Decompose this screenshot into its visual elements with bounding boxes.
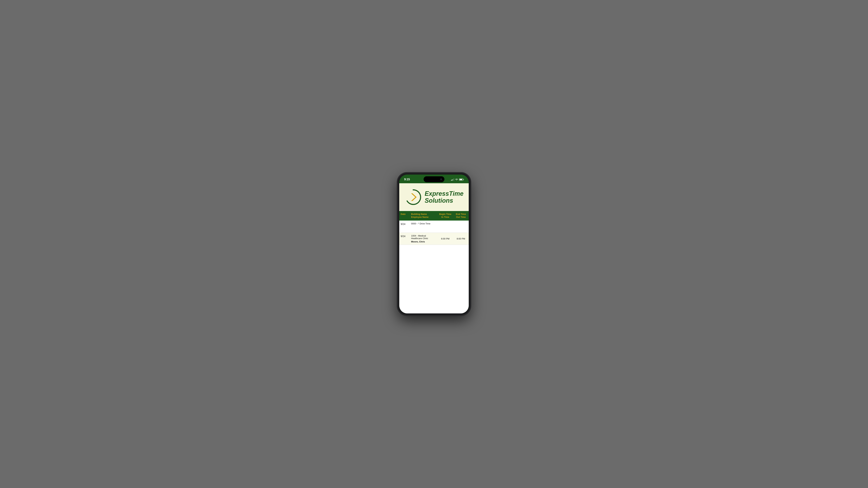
svg-marker-0 — [411, 193, 416, 201]
cell-building-1: 1004 - Medical Healthcare Clinic Moore, … — [410, 233, 437, 245]
status-icons — [451, 178, 464, 181]
status-bar: 9:15 — [399, 174, 469, 183]
building-name-0: 0000 - * Drive Time — [411, 222, 436, 225]
logo-line1: ExpressTime — [425, 190, 463, 197]
phone-screen: 9:15 — [399, 174, 469, 314]
wifi-icon — [455, 178, 458, 181]
table-row: 9/24 0000 - * Drive Time — [399, 221, 469, 233]
logo-icon — [404, 189, 422, 206]
table-body: 9/24 0000 - * Drive Time 9/24 1004 - Med… — [399, 221, 469, 245]
battery-icon — [459, 178, 464, 181]
cell-end-1: 8:00 PM — [453, 233, 469, 245]
header-out-label: Out Time — [456, 216, 466, 218]
header-building-label: Building Name — [411, 213, 427, 215]
header-building-employee: Building Name Employee Name — [410, 211, 437, 220]
phone-frame: 9:15 — [398, 173, 470, 315]
header-end-time: End Time Out Time — [453, 211, 469, 220]
cell-end-0 — [453, 221, 469, 232]
logo-area: ExpressTime Solutions — [399, 183, 469, 211]
schedule-table: Date Building Name Employee Name Begin T… — [399, 211, 469, 314]
cell-date-1: 9/24 — [399, 233, 410, 245]
table-row: 9/24 1004 - Medical Healthcare Clinic Mo… — [399, 233, 469, 245]
header-end-label: End Time — [456, 213, 466, 215]
cell-begin-1: 6:00 PM — [437, 233, 453, 245]
header-begin-label: Begin Time — [439, 213, 452, 215]
table-header: Date Building Name Employee Name Begin T… — [399, 211, 469, 221]
header-in-label: In Time — [441, 216, 449, 218]
cell-building-0: 0000 - * Drive Time — [410, 221, 437, 232]
cell-begin-0 — [437, 221, 453, 232]
header-begin-time: Begin Time In Time — [437, 211, 453, 220]
header-employee-label: Employee Name — [411, 216, 429, 218]
building-name-1: 1004 - Medical Healthcare Clinic — [411, 234, 436, 240]
logo-line2: Solutions — [425, 197, 463, 204]
employee-name-1: Moore, Chris — [411, 240, 436, 243]
header-date: Date — [399, 211, 410, 220]
cell-date-0: 9/24 — [399, 221, 410, 232]
front-camera — [440, 178, 442, 180]
status-time: 9:15 — [404, 178, 410, 181]
signal-icon — [451, 178, 454, 181]
logo-container: ExpressTime Solutions — [404, 189, 463, 206]
dynamic-island — [424, 176, 444, 182]
logo-text: ExpressTime Solutions — [425, 190, 463, 204]
